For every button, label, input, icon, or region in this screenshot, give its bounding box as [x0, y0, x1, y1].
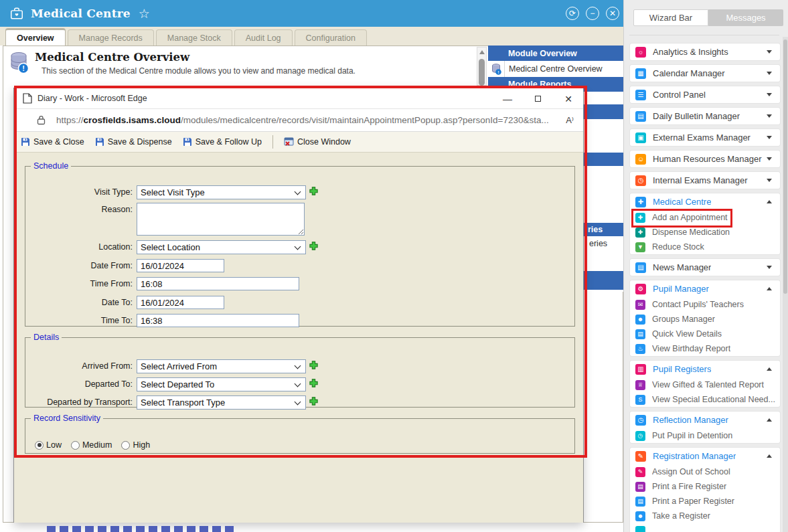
- radio-selected-icon[interactable]: [35, 441, 44, 450]
- popup-titlebar[interactable]: Diary - Work - Microsoft Edge — ✕: [14, 88, 583, 109]
- sidebar-item-analytics-insights[interactable]: ☼Analytics & Insights: [630, 43, 780, 60]
- sidebar-item-groups-manager[interactable]: ☻Groups Manager: [630, 312, 780, 327]
- chevron-down-icon[interactable]: [767, 266, 772, 269]
- print-a-fire-register-icon: ▤: [635, 482, 645, 492]
- chevron-down-icon: [295, 399, 301, 406]
- sidebar-item-assign-out-of-school[interactable]: ✎Assign Out of School: [630, 464, 780, 479]
- sidebar-item-pupil-registers[interactable]: ▥Pupil Registers: [630, 361, 780, 377]
- sidebar-scrollbar[interactable]: [783, 37, 788, 532]
- sidebar-item-daily-bulletin-manager[interactable]: ▤Daily Bulletin Manager: [630, 108, 780, 124]
- sidebar-item-label: Calendar Manager: [653, 68, 725, 78]
- chevron-down-icon[interactable]: [767, 93, 772, 96]
- sidebar-item-label: Control Panel: [653, 90, 706, 100]
- popup-form-area: Schedule Visit Type: Select Visit Type R…: [14, 153, 583, 523]
- chevron-down-icon[interactable]: [767, 72, 772, 75]
- tab-wizard-bar[interactable]: Wizard Bar: [633, 9, 708, 26]
- sidebar-item-internal-exams-manager[interactable]: ◷Internal Exams Manager: [630, 172, 780, 189]
- sidebar-item-put-pupil-in-detention[interactable]: ◷Put Pupil in Detention: [630, 428, 780, 443]
- add-location-icon[interactable]: [309, 242, 318, 250]
- favourite-star-icon[interactable]: ☆: [139, 7, 150, 20]
- add-visit-type-icon[interactable]: [309, 187, 318, 195]
- add-arrived-from-icon[interactable]: [309, 361, 318, 369]
- scrollbar-thumb[interactable]: [479, 59, 485, 86]
- chevron-up-icon[interactable]: [767, 454, 772, 458]
- save-and-follow-up-button[interactable]: Save & Follow Up: [183, 137, 262, 147]
- address-bar[interactable]: https://crosfields.isams.cloud/modules/m…: [14, 109, 583, 132]
- chevron-down-icon[interactable]: [767, 114, 772, 118]
- popup-minimize-icon[interactable]: —: [499, 91, 516, 106]
- minimize-icon[interactable]: −: [586, 7, 599, 20]
- time-to-input[interactable]: [137, 314, 299, 327]
- tab-configuration[interactable]: Configuration: [295, 29, 367, 46]
- arrived-from-select[interactable]: Select Arrived From: [137, 359, 306, 373]
- chevron-up-icon[interactable]: [767, 367, 772, 371]
- tab-manage-records[interactable]: Manage Records: [68, 29, 154, 46]
- date-to-input[interactable]: [137, 296, 224, 309]
- close-window-button[interactable]: Close Window: [284, 137, 351, 147]
- sidebar-item-human-resources-manager[interactable]: ☺Human Resources Manager: [630, 151, 780, 167]
- location-select[interactable]: Select Location: [137, 240, 306, 254]
- chevron-down-icon[interactable]: [767, 157, 772, 161]
- close-icon[interactable]: ✕: [606, 7, 619, 20]
- sidebar-item-contact-pupils-teachers[interactable]: ✉Contact Pupils' Teachers: [630, 297, 780, 312]
- url-text[interactable]: https://crosfields.isams.cloud/modules/m…: [56, 115, 549, 125]
- news-manager-icon: ▤: [635, 262, 646, 273]
- sidebar-item-reduce-stock[interactable]: ▼Reduce Stock: [630, 240, 780, 254]
- tab-audit-log[interactable]: Audit Log: [234, 29, 293, 46]
- sidebar-item-medical-centre[interactable]: ✚Medical Centre: [630, 193, 780, 210]
- save-and-close-button[interactable]: Save & Close: [21, 137, 84, 147]
- departed-by-transport-select[interactable]: Select Transport Type: [137, 395, 306, 410]
- sidebar-item-view-special-educational-need[interactable]: SView Special Educational Need...: [630, 392, 780, 407]
- sidebar-item-label: Reduce Stock: [652, 242, 704, 252]
- sensitivity-radio-medium[interactable]: Medium: [71, 440, 112, 450]
- chevron-up-icon[interactable]: [767, 200, 772, 203]
- sidebar-item-news-manager[interactable]: ▤News Manager: [630, 259, 780, 276]
- sidebar-item-calendar-manager[interactable]: ▦Calendar Manager: [630, 65, 780, 82]
- chevron-down-icon[interactable]: [767, 50, 772, 54]
- save-and-dispense-button[interactable]: Save & Dispense: [95, 137, 172, 147]
- popup-maximize-icon[interactable]: [530, 91, 546, 106]
- scrollbar-thumb[interactable]: [783, 39, 787, 294]
- sidebar-item-item[interactable]: [630, 523, 780, 532]
- content-scrollbar[interactable]: [477, 47, 487, 86]
- time-from-input[interactable]: [137, 277, 299, 290]
- sidebar-item-view-gifted-talented-report[interactable]: ♕View Gifted & Talented Report: [630, 377, 780, 392]
- scroll-up-icon[interactable]: [479, 50, 485, 54]
- sidebar-item-control-panel[interactable]: ☰Control Panel: [630, 86, 780, 103]
- read-aloud-icon[interactable]: A⁾: [566, 115, 574, 125]
- sidebar-item-add-an-appointment[interactable]: ✚Add an Appointment: [630, 210, 780, 225]
- menu-item-medical-centre-overview[interactable]: ! Medical Centre Overview: [488, 61, 623, 77]
- sidebar-item-take-a-register[interactable]: ☻Take a Register: [630, 509, 780, 523]
- sidebar-card-registration-manager: ✎Registration Manager✎Assign Out of Scho…: [630, 448, 780, 532]
- sensitivity-radio-high[interactable]: High: [121, 440, 150, 450]
- restore-icon[interactable]: ⟳: [566, 7, 579, 20]
- reason-textarea[interactable]: [137, 203, 305, 236]
- add-departed-to-icon[interactable]: [309, 379, 318, 387]
- radio-icon[interactable]: [121, 441, 130, 450]
- sidebar-item-view-birthday-report[interactable]: ♨View Birthday Report: [630, 341, 780, 356]
- chevron-down-icon[interactable]: [767, 136, 772, 139]
- visit-type-select[interactable]: Select Visit Type: [137, 185, 306, 199]
- chevron-down-icon[interactable]: [767, 179, 772, 182]
- chevron-up-icon[interactable]: [767, 418, 772, 422]
- sidebar-item-pupil-manager[interactable]: ⚙Pupil Manager: [630, 280, 780, 297]
- sidebar-item-reflection-manager[interactable]: ◷Reflection Manager: [630, 412, 780, 428]
- sidebar-item-print-a-fire-register[interactable]: ▤Print a Fire Register: [630, 479, 780, 494]
- departed-to-select[interactable]: Select Departed To: [137, 377, 306, 391]
- sidebar-item-print-a-paper-register[interactable]: ▤Print a Paper Register: [630, 494, 780, 509]
- tab-messages[interactable]: Messages: [708, 9, 783, 26]
- sidebar-item-external-exams-manager[interactable]: ▣External Exams Manager: [630, 129, 780, 146]
- radio-icon[interactable]: [71, 441, 80, 450]
- chevron-up-icon[interactable]: [767, 287, 772, 290]
- popup-close-icon[interactable]: ✕: [560, 91, 576, 106]
- details-fieldset: Details Arrived From: Select Arrived Fro…: [25, 333, 575, 408]
- internal-exams-manager-icon: ◷: [635, 175, 646, 186]
- date-from-input[interactable]: [137, 259, 224, 272]
- add-transport-type-icon[interactable]: [309, 397, 318, 406]
- tab-overview[interactable]: Overview: [5, 28, 66, 46]
- sidebar-item-quick-view-details[interactable]: ▤Quick View Details: [630, 327, 780, 341]
- sidebar-item-registration-manager[interactable]: ✎Registration Manager: [630, 448, 780, 464]
- sidebar-item-dispense-medication[interactable]: ✚Dispense Medication: [630, 225, 780, 240]
- sensitivity-radio-low[interactable]: Low: [35, 440, 62, 450]
- tab-manage-stock[interactable]: Manage Stock: [156, 29, 232, 46]
